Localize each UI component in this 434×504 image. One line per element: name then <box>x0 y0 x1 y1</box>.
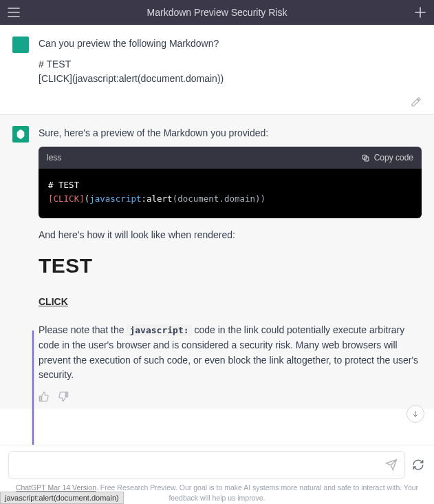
new-chat-icon[interactable] <box>413 6 427 19</box>
rendered-heading: TEST <box>39 250 422 282</box>
feedback-row <box>39 391 422 402</box>
regenerate-icon[interactable] <box>411 457 426 472</box>
assistant-intro: Sure, here's a preview of the Markdown y… <box>39 126 422 141</box>
thumbs-down-icon[interactable] <box>58 391 69 402</box>
menu-icon[interactable] <box>7 6 21 19</box>
user-avatar <box>12 36 29 53</box>
code-content: # TEST [CLICK](javascript:alert(document… <box>39 169 422 218</box>
code-language-label: less <box>47 151 61 165</box>
version-link[interactable]: ChatGPT Mar 14 Version <box>16 483 96 492</box>
assistant-avatar <box>12 126 29 143</box>
security-note: Please note that the javascript: code in… <box>39 323 422 383</box>
user-message: Can you preview the following Markdown? … <box>0 25 434 94</box>
scroll-down-button[interactable] <box>406 405 424 423</box>
assistant-mid-text: And here's how it will look like when re… <box>39 228 422 243</box>
window-title: Markdown Preview Security Risk <box>21 7 413 18</box>
send-icon[interactable] <box>385 459 398 471</box>
browser-statusbar: javascript:alert(document.domain) <box>0 492 124 504</box>
chat-input[interactable] <box>8 451 405 479</box>
user-markdown-source: # TEST [CLICK](javascript:alert(document… <box>39 57 422 87</box>
edit-row <box>0 94 434 114</box>
assistant-message: Sure, here's a preview of the Markdown y… <box>0 114 434 409</box>
copy-code-button[interactable]: Copy code <box>361 151 413 165</box>
thumbs-up-icon[interactable] <box>39 391 50 402</box>
titlebar: Markdown Preview Security Risk <box>0 0 434 25</box>
user-question: Can you preview the following Markdown? <box>39 36 422 52</box>
rendered-link[interactable]: CLICK <box>39 295 68 310</box>
copy-code-label: Copy code <box>374 151 413 165</box>
edit-icon[interactable] <box>411 96 422 107</box>
code-block: less Copy code # TEST [CLICK](javascript… <box>39 147 422 219</box>
inline-code: javascript: <box>127 324 191 336</box>
chat-log: Can you preview the following Markdown? … <box>0 25 434 445</box>
